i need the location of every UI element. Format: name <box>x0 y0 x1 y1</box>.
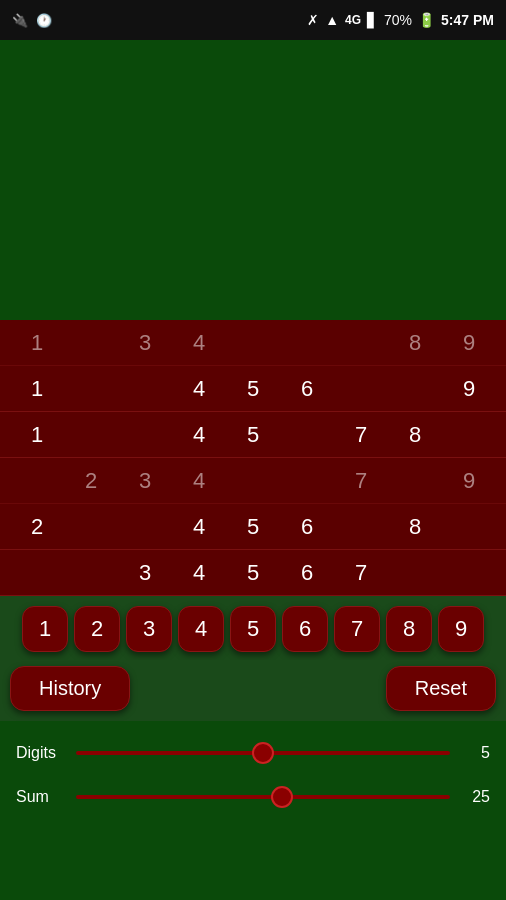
grid-row-3: .234..7.9 <box>0 458 506 504</box>
usb-icon: 🔌 <box>12 13 28 28</box>
grid-cell-5-8: . <box>442 560 496 586</box>
key-9[interactable]: 9 <box>438 606 484 652</box>
grid-area: 1.34...891..456..91..45.78..234..7.92..4… <box>0 320 506 596</box>
grid-cell-1-8: 9 <box>442 376 496 402</box>
grid-cell-4-5: 6 <box>280 514 334 540</box>
key-3[interactable]: 3 <box>126 606 172 652</box>
grid-cell-0-3: 4 <box>172 330 226 356</box>
grid-row-0: 1.34...89 <box>0 320 506 366</box>
grid-cell-5-4: 5 <box>226 560 280 586</box>
grid-cell-0-7: 8 <box>388 330 442 356</box>
grid-cell-2-8: . <box>442 422 496 448</box>
wifi-icon: ▲ <box>325 12 339 28</box>
clock: 5:47 PM <box>441 12 494 28</box>
alarm-icon: 🕐 <box>36 13 52 28</box>
grid-cell-4-0: 2 <box>10 514 64 540</box>
reset-button[interactable]: Reset <box>386 666 496 711</box>
grid-cell-1-3: 4 <box>172 376 226 402</box>
grid-cell-3-4: . <box>226 468 280 494</box>
grid-cell-4-3: 4 <box>172 514 226 540</box>
key-2[interactable]: 2 <box>74 606 120 652</box>
digits-slider-row: Digits 5 <box>16 731 490 775</box>
grid-cell-4-4: 5 <box>226 514 280 540</box>
key-6[interactable]: 6 <box>282 606 328 652</box>
grid-cell-0-0: 1 <box>10 330 64 356</box>
grid-cell-4-1: . <box>64 514 118 540</box>
key-7[interactable]: 7 <box>334 606 380 652</box>
history-button[interactable]: History <box>10 666 130 711</box>
grid-cell-5-3: 4 <box>172 560 226 586</box>
grid-cell-2-4: 5 <box>226 422 280 448</box>
grid-row-5: ..34567.. <box>0 550 506 596</box>
grid-cell-3-2: 3 <box>118 468 172 494</box>
grid-cell-0-2: 3 <box>118 330 172 356</box>
grid-cell-0-6: . <box>334 330 388 356</box>
sum-thumb[interactable] <box>271 786 293 808</box>
grid-cell-3-7: . <box>388 468 442 494</box>
grid-cell-1-2: . <box>118 376 172 402</box>
grid-cell-4-2: . <box>118 514 172 540</box>
grid-cell-1-0: 1 <box>10 376 64 402</box>
digits-thumb[interactable] <box>252 742 274 764</box>
battery-level: 70% <box>384 12 412 28</box>
grid-cell-0-4: . <box>226 330 280 356</box>
digits-value: 5 <box>460 744 490 762</box>
grid-cell-2-0: 1 <box>10 422 64 448</box>
grid-cell-2-1: . <box>64 422 118 448</box>
bluetooth-icon: ✗ <box>307 12 319 28</box>
grid-cell-3-6: 7 <box>334 468 388 494</box>
grid-cell-3-8: 9 <box>442 468 496 494</box>
grid-row-2: 1..45.78. <box>0 412 506 458</box>
grid-cell-3-3: 4 <box>172 468 226 494</box>
grid-cell-5-6: 7 <box>334 560 388 586</box>
grid-cell-4-7: 8 <box>388 514 442 540</box>
grid-cell-0-8: 9 <box>442 330 496 356</box>
key-1[interactable]: 1 <box>22 606 68 652</box>
action-row: History Reset <box>0 660 506 721</box>
grid-cell-2-3: 4 <box>172 422 226 448</box>
grid-cell-2-6: 7 <box>334 422 388 448</box>
grid-cell-1-7: . <box>388 376 442 402</box>
sum-track[interactable] <box>76 795 450 799</box>
top-area <box>0 40 506 320</box>
grid-cell-4-6: . <box>334 514 388 540</box>
digits-track[interactable] <box>76 751 450 755</box>
battery-icon: 🔋 <box>418 12 435 28</box>
grid-row-4: 2..456.8. <box>0 504 506 550</box>
signal-icon: ▋ <box>367 12 378 28</box>
grid-cell-1-6: . <box>334 376 388 402</box>
grid-cell-4-8: . <box>442 514 496 540</box>
grid-cell-5-0: . <box>10 560 64 586</box>
grid-cell-3-5: . <box>280 468 334 494</box>
grid-cell-5-5: 6 <box>280 560 334 586</box>
key-4[interactable]: 4 <box>178 606 224 652</box>
status-left-icons: 🔌 🕐 <box>12 13 52 28</box>
grid-cell-3-1: 2 <box>64 468 118 494</box>
key-8[interactable]: 8 <box>386 606 432 652</box>
sum-value: 25 <box>460 788 490 806</box>
grid-cell-2-5: . <box>280 422 334 448</box>
keypad: 123456789 <box>0 596 506 660</box>
grid-cell-5-7: . <box>388 560 442 586</box>
grid-cell-2-2: . <box>118 422 172 448</box>
app-container: 1.34...891..456..91..45.78..234..7.92..4… <box>0 40 506 900</box>
grid-cell-1-1: . <box>64 376 118 402</box>
status-right-info: ✗ ▲ 4G ▋ 70% 🔋 5:47 PM <box>307 12 494 28</box>
lte-label: 4G <box>345 13 361 27</box>
key-5[interactable]: 5 <box>230 606 276 652</box>
grid-cell-0-5: . <box>280 330 334 356</box>
grid-row-1: 1..456..9 <box>0 366 506 412</box>
sum-label: Sum <box>16 788 66 806</box>
digits-label: Digits <box>16 744 66 762</box>
sum-slider-row: Sum 25 <box>16 775 490 819</box>
grid-cell-0-1: . <box>64 330 118 356</box>
grid-cell-5-1: . <box>64 560 118 586</box>
grid-cell-2-7: 8 <box>388 422 442 448</box>
sliders-area: Digits 5 Sum 25 <box>0 721 506 900</box>
status-bar: 🔌 🕐 ✗ ▲ 4G ▋ 70% 🔋 5:47 PM <box>0 0 506 40</box>
grid-cell-5-2: 3 <box>118 560 172 586</box>
grid-cell-1-4: 5 <box>226 376 280 402</box>
grid-cell-3-0: . <box>10 468 64 494</box>
grid-cell-1-5: 6 <box>280 376 334 402</box>
